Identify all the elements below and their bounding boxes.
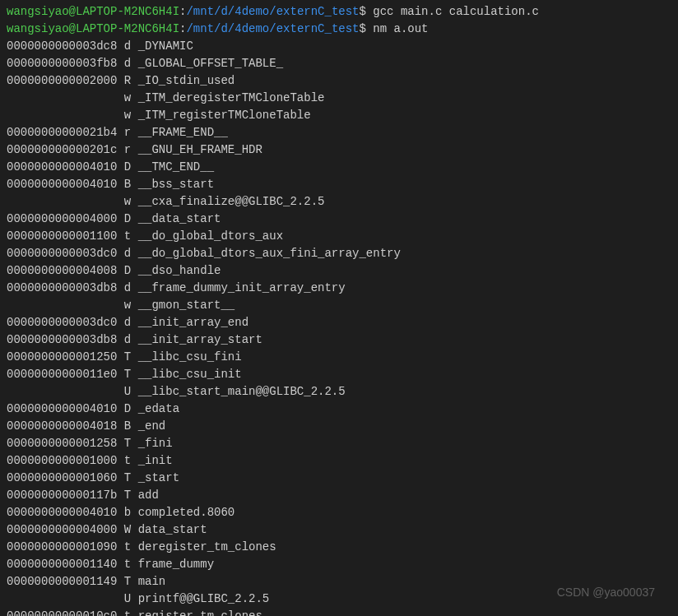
output-line: 0000000000001100 t __do_global_dtors_aux bbox=[7, 228, 671, 245]
output-line: w _ITM_registerTMCloneTable bbox=[7, 107, 671, 124]
output-line: 00000000000021b4 r __FRAME_END__ bbox=[7, 124, 671, 141]
command-text: nm a.out bbox=[373, 22, 428, 35]
output-line: 0000000000003db8 d __frame_dummy_init_ar… bbox=[7, 280, 671, 297]
prompt-line[interactable]: wangsiyao@LAPTOP-M2NC6H4I:/mnt/d/4demo/e… bbox=[7, 3, 671, 21]
output-line: w __gmon_start__ bbox=[7, 297, 671, 314]
output-line: 0000000000004010 B __bss_start bbox=[7, 176, 671, 193]
output-line: 0000000000003dc0 d __init_array_end bbox=[7, 314, 671, 331]
output-line: 0000000000004008 D __dso_handle bbox=[7, 262, 671, 280]
output-line: U __libc_start_main@@GLIBC_2.2.5 bbox=[7, 383, 671, 401]
output-line: 0000000000004000 D __data_start bbox=[7, 211, 671, 228]
output-line: 0000000000004000 W data_start bbox=[7, 521, 671, 539]
output-line: 0000000000003dc0 d __do_global_dtors_aux… bbox=[7, 245, 671, 262]
output-line: 0000000000001060 T _start bbox=[7, 470, 671, 487]
terminal-output[interactable]: wangsiyao@LAPTOP-M2NC6H4I:/mnt/d/4demo/e… bbox=[7, 3, 671, 616]
output-line: 0000000000001258 T _fini bbox=[7, 435, 671, 452]
output-line: 0000000000003dc8 d _DYNAMIC bbox=[7, 38, 671, 55]
output-line: 0000000000001000 t _init bbox=[7, 452, 671, 470]
output-line: 0000000000004010 D __TMC_END__ bbox=[7, 159, 671, 176]
output-line: 0000000000002000 R _IO_stdin_used bbox=[7, 72, 671, 90]
output-line: 0000000000003db8 d __init_array_start bbox=[7, 331, 671, 349]
user-host: wangsiyao@LAPTOP-M2NC6H4I bbox=[7, 5, 179, 18]
output-line: w _ITM_deregisterTMCloneTable bbox=[7, 90, 671, 107]
output-line: 00000000000010c0 t register_tm_clones bbox=[7, 608, 671, 616]
cwd-path: /mnt/d/4demo/externC_test bbox=[186, 22, 359, 35]
output-line: 0000000000004010 D _edata bbox=[7, 401, 671, 418]
prompt-line[interactable]: wangsiyao@LAPTOP-M2NC6H4I:/mnt/d/4demo/e… bbox=[7, 21, 671, 38]
output-line: 0000000000004010 b completed.8060 bbox=[7, 504, 671, 521]
output-line: 000000000000117b T add bbox=[7, 487, 671, 504]
output-line: 000000000000201c r __GNU_EH_FRAME_HDR bbox=[7, 141, 671, 159]
output-line: 0000000000001250 T __libc_csu_fini bbox=[7, 349, 671, 366]
cwd-path: /mnt/d/4demo/externC_test bbox=[186, 5, 359, 18]
output-line: w __cxa_finalize@@GLIBC_2.2.5 bbox=[7, 193, 671, 211]
prompt-symbol: $ bbox=[360, 22, 374, 35]
user-host: wangsiyao@LAPTOP-M2NC6H4I bbox=[7, 22, 179, 35]
output-line: 0000000000004018 B _end bbox=[7, 418, 671, 435]
output-line: 0000000000003fb8 d _GLOBAL_OFFSET_TABLE_ bbox=[7, 55, 671, 72]
command-text: gcc main.c calculation.c bbox=[373, 5, 539, 18]
output-line: 00000000000011e0 T __libc_csu_init bbox=[7, 366, 671, 383]
output-line: 0000000000001140 t frame_dummy bbox=[7, 556, 671, 573]
watermark: CSDN @yao00037 bbox=[557, 584, 655, 601]
prompt-symbol: $ bbox=[360, 5, 374, 18]
output-line: 0000000000001090 t deregister_tm_clones bbox=[7, 539, 671, 556]
